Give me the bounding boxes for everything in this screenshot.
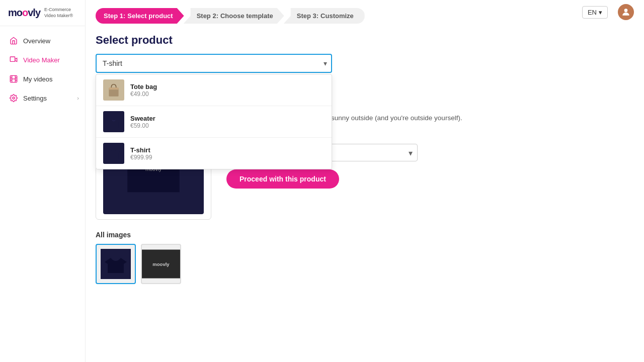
tshirt-info: T-shirt €999.99: [130, 146, 152, 161]
proceed-button[interactable]: Proceed with this product: [226, 169, 339, 189]
sweater-thumbnail: [103, 111, 124, 132]
tote-bag-name: Tote bag: [130, 83, 157, 90]
logo-text: moovly: [8, 7, 40, 19]
tshirt-price: €999.99: [130, 154, 152, 161]
tote-bag-price: €49.00: [130, 90, 157, 98]
sweater-name: Sweater: [130, 115, 155, 122]
svg-text:moovly: moovly: [152, 261, 170, 267]
sidebar-item-my-videos[interactable]: My videos: [0, 69, 85, 88]
step-3[interactable]: Step 3: Customize: [284, 8, 365, 24]
sweater-info: Sweater €59.00: [130, 115, 155, 129]
dropdown-item-tshirt[interactable]: T-shirt €999.99: [96, 138, 332, 169]
sidebar-item-settings[interactable]: Settings ›: [0, 88, 85, 108]
language-button[interactable]: EN ▾: [582, 6, 608, 19]
dropdown-item-sweater[interactable]: Sweater €59.00: [96, 106, 332, 138]
svg-rect-0: [10, 57, 15, 61]
thumbnail-1[interactable]: [96, 244, 136, 284]
sidebar-item-label: My videos: [23, 75, 53, 83]
product-select-container: ▾ Tote bag €49.00: [96, 54, 332, 73]
svg-point-11: [624, 9, 628, 12]
sidebar-item-video-maker[interactable]: Video Maker: [0, 50, 85, 69]
main-content: EN ▾ Step 1: Select product Step 2: Choo…: [86, 0, 644, 362]
step-2-num: Step 2:: [197, 12, 218, 20]
sidebar-item-label: Overview: [23, 37, 50, 45]
logo: moovly: [8, 7, 40, 19]
sidebar-item-label: Video Maker: [23, 56, 60, 64]
product-dropdown: Tote bag €49.00 Sweater €59.00: [96, 74, 332, 169]
step-1-label: Select product: [127, 12, 173, 20]
thumbnail-2[interactable]: moovly: [141, 244, 181, 284]
tshirt-thumbnail: [103, 143, 124, 164]
logo-subtitle: E-Commerce Video Maker®: [44, 7, 73, 19]
step-1[interactable]: Step 1: Select product: [96, 8, 184, 24]
chevron-down-icon: ▾: [599, 9, 602, 16]
sidebar-item-label: Settings: [23, 95, 47, 102]
step-3-num: Step 3:: [297, 12, 318, 20]
image-thumbnails: moovly: [96, 244, 634, 284]
page-body: Select product ▾: [86, 24, 644, 362]
all-images-section: All images moovly: [96, 231, 634, 284]
chevron-right-icon: ›: [77, 95, 79, 101]
sidebar-item-overview[interactable]: Overview: [0, 31, 85, 50]
page-title: Select product: [96, 34, 634, 47]
tote-bag-info: Tote bag €49.00: [130, 83, 157, 98]
film-icon: [9, 74, 18, 83]
gear-icon: [9, 94, 18, 103]
avatar[interactable]: [618, 4, 634, 20]
tote-bag-thumbnail: [103, 79, 124, 101]
tshirt-name: T-shirt: [130, 146, 152, 154]
step-1-num: Step 1:: [104, 12, 125, 20]
svg-rect-13: [109, 87, 118, 89]
video-icon: [9, 55, 18, 64]
svg-marker-1: [15, 58, 17, 62]
dropdown-item-tote-bag[interactable]: Tote bag €49.00: [96, 74, 332, 106]
steps-bar: Step 1: Select product Step 2: Choose te…: [86, 0, 644, 24]
sweater-price: €59.00: [130, 122, 155, 129]
home-icon: [9, 36, 18, 45]
sidebar: moovly E-Commerce Video Maker® Overview: [0, 0, 86, 362]
top-controls: EN ▾: [582, 4, 634, 20]
all-images-title: All images: [96, 231, 634, 239]
step-3-label: Customize: [320, 12, 354, 20]
nav-menu: Overview Video Maker: [0, 26, 85, 113]
svg-point-10: [13, 97, 15, 99]
step-2-label: Choose template: [220, 12, 273, 20]
product-select-input[interactable]: [96, 54, 332, 73]
logo-area: moovly E-Commerce Video Maker®: [0, 0, 85, 26]
step-2[interactable]: Step 2: Choose template: [184, 8, 284, 24]
